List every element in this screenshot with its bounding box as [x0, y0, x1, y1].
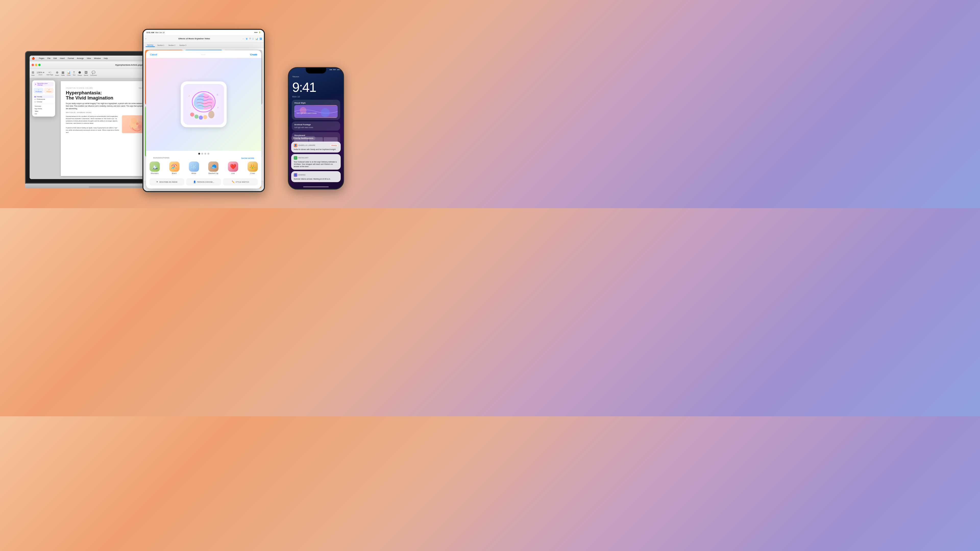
proofread-button[interactable]: ✓ Proofread [34, 88, 43, 94]
menu-format[interactable]: Format [68, 57, 74, 59]
describe-image-option[interactable]: ✦ DESCRIBE AN IMAGE [150, 178, 184, 186]
ipad-more-icon[interactable]: ··· [242, 38, 245, 40]
ipad-back-button[interactable]: ‹ [145, 38, 146, 40]
dialog-image-area: ♪ ♫ ♩ ♬ [146, 58, 261, 151]
ipad-tab-section2[interactable]: Section 2 [167, 44, 177, 47]
toolbar-comment[interactable]: 💬Comment [90, 71, 97, 76]
crown-icon: 👑 [248, 162, 258, 171]
toolbar-insert[interactable]: ⊕Insert [55, 71, 59, 76]
ipad-wifi-icon: ●●● [254, 32, 258, 33]
ai-divider-2 [34, 104, 54, 104]
notification-instacart[interactable]: 🛒 Instacart Your Instacart order is on t… [291, 154, 341, 170]
suggestion-crown[interactable]: 👑 Crown [248, 162, 258, 174]
suggestions-row: 🏔️ Mountains 🏖️ Beach ❄️ Winter 🧢 Baseba… [146, 162, 261, 176]
fullscreen-button[interactable] [38, 64, 41, 66]
ai-option-keypoints[interactable]: Key Points [34, 107, 54, 110]
dialog-create-button[interactable]: Create [250, 53, 257, 56]
crown-label: Crown [250, 172, 255, 174]
toolbar-addpage[interactable]: +□Add Page [46, 71, 53, 76]
toolbar-table[interactable]: ▦Table [61, 71, 65, 76]
baseball-icon: 🧢 [208, 162, 218, 171]
minimize-button[interactable] [35, 64, 37, 66]
ai-divider [34, 94, 54, 95]
ai-option-friendly[interactable]: Friendly [34, 95, 54, 98]
dot-1 [198, 153, 200, 155]
beach-icon: 🏖️ [169, 162, 180, 171]
style-sketch-option[interactable]: ✏️ STYLE SKETCH [223, 178, 258, 186]
rewrite-button[interactable]: ↺ Rewrite [44, 88, 54, 94]
menu-arrange[interactable]: Arrange [77, 57, 84, 59]
menu-help[interactable]: Help [104, 57, 108, 59]
doc-column-label: COGNITIVE SCIENCE COLUMN [66, 87, 93, 89]
ai-option-summary[interactable]: Summary [34, 105, 54, 107]
doc-author: WRITTEN BY: XIAOMENG ZHONG [66, 112, 153, 113]
toolbar-media[interactable]: 🖼Media [84, 71, 88, 76]
svg-point-11 [208, 111, 215, 118]
archival-footage-content: Soft light with warm tones [294, 127, 338, 129]
svg-text:♬: ♬ [217, 106, 219, 109]
ai-option-concise[interactable]: Concise [34, 100, 54, 103]
doc-title: Hyperphantasia:The Vivid Imagination [66, 91, 153, 101]
doc-intro: Do you easily conjure up mental imagery?… [66, 102, 153, 110]
ipad-tab-section3[interactable]: Section 3 [178, 44, 188, 47]
notification-edwina[interactable]: 👤 Edwina Summer interns arrived. Meeting… [291, 171, 341, 182]
toolbar-zoom[interactable]: 136% ▾Zoom [37, 71, 45, 76]
menu-view[interactable]: View [87, 57, 91, 59]
notification-isabella[interactable]: 👤 Isabella Lamare Priority Invite for di… [291, 141, 341, 152]
svg-point-15 [199, 116, 203, 120]
list-label: List [35, 113, 37, 114]
dialog-dots [146, 151, 261, 157]
suggestion-baseball[interactable]: 🧢 Baseball Cap [208, 162, 218, 174]
menu-edit[interactable]: Edit [54, 57, 57, 59]
archival-footage-card: Archival Footage Soft light with warm to… [292, 121, 340, 130]
proofread-icon: ✓ [38, 89, 39, 91]
suggestion-winter[interactable]: ❄️ Winter [189, 162, 199, 174]
ipad-toolbar-icon5[interactable]: 🖼 [259, 38, 262, 40]
person-option[interactable]: 👤 PERSON CHOOSE... [186, 178, 221, 186]
menu-insert[interactable]: Insert [60, 57, 65, 59]
iphone-clock: 9:41 [292, 81, 316, 94]
toolbar-chart[interactable]: 📊Chart [67, 71, 71, 76]
ipad-toolbar-icon2[interactable]: T [249, 38, 251, 40]
suggestions-label: SUGGESTIONS [150, 157, 173, 160]
ipad-toolbar-icon3[interactable]: □ [252, 38, 254, 40]
winter-icon: ❄️ [189, 162, 199, 171]
ai-option-list[interactable]: List [34, 113, 54, 115]
ipad-toolbar-icon1[interactable]: ⊕ [246, 38, 248, 40]
ai-option-professional[interactable]: Professional [34, 98, 54, 100]
ipad-screen: 9:41 AM Mon Jun 10 ●●● 🔋 ‹ Effects of Mu… [143, 30, 264, 191]
concise-dot [35, 101, 36, 103]
iphone-notch [306, 68, 326, 73]
dialog-cancel-button[interactable]: Cancel [150, 53, 157, 56]
dialog-more-button[interactable]: ··· [202, 53, 206, 56]
svg-point-20 [321, 108, 330, 117]
menu-file[interactable]: File [48, 57, 51, 59]
ipad-tab-opening[interactable]: Opening [145, 44, 155, 47]
ipad-section-tabs: Opening Section 1 Section 2 Section 3 [143, 43, 264, 48]
instacart-icon: 🛒 [294, 156, 298, 160]
suggestion-mountains[interactable]: 🏔️ Mountains [150, 162, 160, 174]
ai-writing-panel: ✦ Describe your change ✓ Proofread ↺ Rew… [32, 80, 55, 117]
home-indicator[interactable] [303, 186, 329, 187]
ipad-toolbar-icon4[interactable]: 📊 [255, 38, 258, 40]
menu-pages[interactable]: Pages [39, 57, 44, 59]
ipad-tab-section1[interactable]: Section 1 [156, 44, 166, 47]
isabella-name: Isabella Lamare [298, 144, 315, 146]
doc-body-column: Hyperphantasia is the condition of havin… [66, 115, 120, 134]
show-more-button[interactable]: SHOW MORE [241, 157, 258, 159]
ipad-toolbar: ‹ Effects of Music Explainer Video ··· ⊕… [143, 35, 264, 43]
toolbar-view[interactable]: ⊞View [31, 71, 35, 76]
suggestion-beach[interactable]: 🏖️ Beach [169, 162, 180, 174]
table-label: Table [35, 110, 38, 112]
iphone-notifications: Priority Notifications 👤 Isabella Lamare… [291, 135, 341, 184]
toolbar-text[interactable]: TText [73, 71, 76, 76]
close-button[interactable] [32, 64, 34, 66]
svg-point-14 [194, 114, 199, 119]
ai-panel-title: Describe your change [37, 83, 52, 86]
menu-window[interactable]: Window [94, 57, 101, 59]
ai-option-table[interactable]: Table [34, 110, 54, 113]
love-label: Love [231, 172, 235, 174]
suggestion-love[interactable]: ❤️ Love [228, 162, 238, 174]
dot-3 [204, 153, 206, 155]
toolbar-shape[interactable]: ⬟Shape [78, 71, 82, 76]
